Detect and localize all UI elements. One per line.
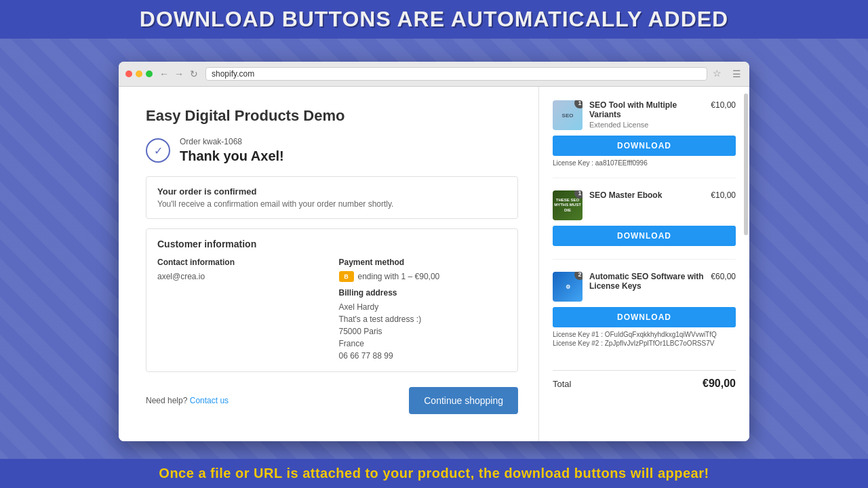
order-item: THESE SEO MYTHS MUST DIE 1 SEO Master Eb…	[553, 190, 736, 260]
order-number: Order kwak-1068	[180, 137, 284, 146]
browser-nav: ← → ↻	[158, 68, 200, 80]
billing-name: Axel Hardy	[339, 301, 507, 313]
contact-col: Contact information axel@crea.io	[157, 258, 326, 362]
billing-line1: That's a test address :)	[339, 313, 507, 325]
download-button[interactable]: DOWNLOAD	[553, 307, 736, 327]
browser-wrap: ← → ↻ shopify.com ☆ ☰ Easy Digital Produ…	[0, 39, 868, 459]
item-row: THESE SEO MYTHS MUST DIE 1 SEO Master Eb…	[553, 190, 736, 220]
item-thumbnail: ⚙ 2	[553, 272, 583, 302]
menu-icon[interactable]: ☰	[730, 68, 743, 80]
bottom-banner-text: Once a file or URL is attached to your p…	[159, 466, 709, 481]
payment-icon: B	[339, 271, 354, 282]
contact-email: axel@crea.io	[157, 270, 326, 283]
item-price: €10,00	[711, 100, 736, 110]
license-key: License Key #1 : OFuldGqFxqkkhyhdkxg1qiW…	[553, 331, 736, 338]
bottom-actions: Need help? Contact us Continue shopping	[146, 384, 518, 414]
download-button[interactable]: DOWNLOAD	[553, 136, 736, 156]
payment-label: Payment method	[339, 258, 507, 267]
item-price: €60,00	[711, 272, 736, 281]
thank-you-text: Thank you Axel!	[180, 148, 284, 164]
top-banner: DOWNLOAD BUTTONS ARE AUTOMATICALLY ADDED	[0, 0, 868, 39]
dot-minimize[interactable]	[136, 70, 142, 77]
browser-window: ← → ↻ shopify.com ☆ ☰ Easy Digital Produ…	[119, 62, 749, 441]
bottom-banner: Once a file or URL is attached to your p…	[0, 459, 868, 488]
contact-us-link[interactable]: Contact us	[190, 396, 229, 405]
shop-title: Easy Digital Products Demo	[146, 107, 518, 125]
browser-dots	[125, 70, 153, 77]
items-container: SEO 1 SEO Tool with Multiple Variants Ex…	[553, 100, 736, 358]
refresh-button[interactable]: ↻	[188, 68, 200, 80]
total-row: Total €90,00	[553, 370, 736, 390]
contact-label: Contact information	[157, 258, 326, 267]
billing-phone: 06 66 77 88 99	[339, 350, 507, 362]
item-info: SEO Master Ebook	[589, 190, 704, 201]
right-panel: SEO 1 SEO Tool with Multiple Variants Ex…	[539, 87, 749, 441]
dot-maximize[interactable]	[146, 70, 153, 77]
forward-button[interactable]: →	[173, 68, 185, 80]
top-banner-text: DOWNLOAD BUTTONS ARE AUTOMATICALLY ADDED	[140, 7, 728, 31]
browser-chrome: ← → ↻ shopify.com ☆ ☰	[119, 62, 749, 87]
customer-section-title: Customer information	[157, 239, 507, 249]
item-variant: Extended License	[589, 121, 704, 129]
payment-col: Payment method B ending with 1 – €90,00 …	[339, 258, 507, 362]
order-item: SEO 1 SEO Tool with Multiple Variants Ex…	[553, 100, 736, 178]
item-info: SEO Tool with Multiple Variants Extended…	[589, 100, 704, 129]
order-check-icon: ✓	[146, 138, 170, 163]
dot-close[interactable]	[125, 70, 132, 77]
download-button[interactable]: DOWNLOAD	[553, 226, 736, 246]
billing-city: 75000 Paris	[339, 325, 507, 338]
item-thumbnail: SEO 1	[553, 100, 583, 130]
total-label: Total	[553, 379, 571, 389]
back-button[interactable]: ←	[158, 68, 170, 80]
total-value: €90,00	[703, 378, 736, 390]
need-help: Need help? Contact us	[146, 396, 229, 405]
left-panel: Easy Digital Products Demo ✓ Order kwak-…	[119, 87, 539, 441]
confirmed-sub: You'll receive a confirmation email with…	[157, 199, 507, 209]
address-bar[interactable]: shopify.com	[205, 67, 707, 81]
bookmark-icon[interactable]: ☆	[713, 68, 725, 80]
scrollbar[interactable]	[744, 94, 748, 235]
order-item: ⚙ 2 Automatic SEO Software with License …	[553, 272, 736, 358]
item-info: Automatic SEO Software with License Keys	[589, 272, 704, 292]
confirmed-title: Your order is confirmed	[157, 186, 507, 197]
license-key: License Key : aa8107EEfff0996	[553, 159, 736, 167]
item-name: SEO Tool with Multiple Variants	[589, 100, 704, 119]
item-name: Automatic SEO Software with License Keys	[589, 272, 704, 291]
item-row: ⚙ 2 Automatic SEO Software with License …	[553, 272, 736, 302]
order-header: ✓ Order kwak-1068 Thank you Axel!	[146, 137, 518, 164]
continue-shopping-button[interactable]: Continue shopping	[409, 387, 518, 414]
billing-label: Billing address	[339, 288, 507, 298]
customer-box: Customer information Contact information…	[146, 228, 518, 372]
order-info: Order kwak-1068 Thank you Axel!	[180, 137, 284, 164]
payment-ending: ending with 1 – €90,00	[358, 270, 440, 283]
browser-content: Easy Digital Products Demo ✓ Order kwak-…	[119, 87, 749, 441]
billing-country: France	[339, 338, 507, 350]
item-thumbnail: THESE SEO MYTHS MUST DIE 1	[553, 190, 583, 220]
payment-method-row: B ending with 1 – €90,00	[339, 270, 507, 283]
confirmed-box: Your order is confirmed You'll receive a…	[146, 176, 518, 219]
item-row: SEO 1 SEO Tool with Multiple Variants Ex…	[553, 100, 736, 130]
customer-columns: Contact information axel@crea.io Payment…	[157, 258, 507, 362]
item-name: SEO Master Ebook	[589, 190, 704, 200]
item-price: €10,00	[711, 190, 736, 200]
license-key: License Key #2 : ZpJpfIvJvIzPplTfOr1LBC7…	[553, 340, 736, 347]
